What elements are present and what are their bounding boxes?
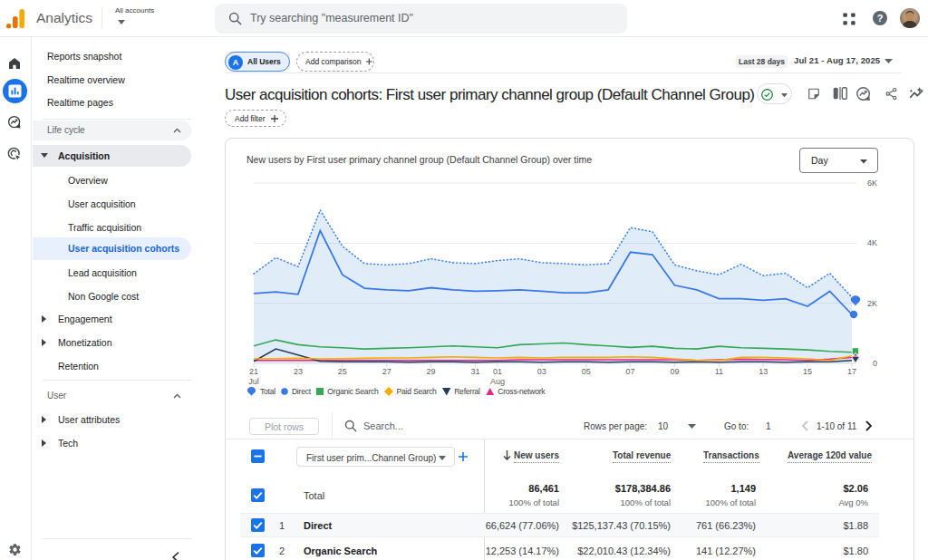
svg-text:2K: 2K	[867, 299, 877, 308]
svg-text:21: 21	[249, 367, 258, 376]
svg-text:27: 27	[382, 367, 392, 376]
svg-text:25: 25	[338, 367, 347, 376]
svg-text:11: 11	[715, 367, 723, 376]
svg-text:31: 31	[470, 367, 479, 376]
svg-text:23: 23	[294, 367, 303, 376]
svg-text:07: 07	[626, 367, 635, 376]
svg-text:29: 29	[427, 367, 436, 376]
svg-text:01: 01	[493, 367, 502, 376]
svg-text:6K: 6K	[867, 179, 877, 188]
svg-text:15: 15	[803, 367, 812, 376]
svg-text:0: 0	[873, 359, 877, 368]
svg-text:17: 17	[847, 367, 856, 376]
svg-text:4K: 4K	[867, 238, 877, 247]
svg-text:Jul: Jul	[248, 377, 259, 386]
svg-text:03: 03	[537, 367, 546, 376]
svg-text:13: 13	[759, 367, 768, 376]
svg-text:09: 09	[670, 367, 679, 376]
svg-text:05: 05	[582, 367, 591, 376]
svg-text:Aug: Aug	[490, 377, 505, 386]
